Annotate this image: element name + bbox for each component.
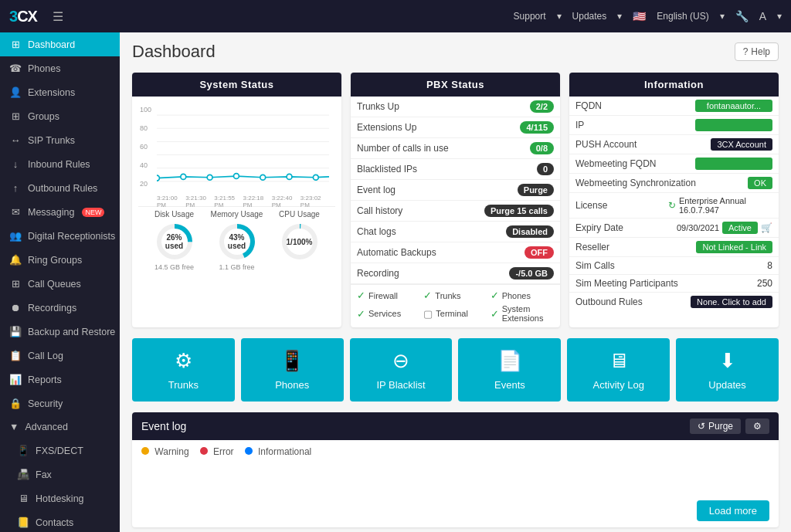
sidebar-label-advanced: Advanced xyxy=(25,422,68,432)
pbx-row-blacklisted: Blacklisted IPs 0 xyxy=(351,159,560,180)
pbx-row-chat-logs: Chat logs Disabled xyxy=(351,222,560,242)
action-tile-activity-log[interactable]: 🖥 Activity Log xyxy=(567,338,670,402)
sidebar-item-outbound-rules[interactable]: ↑ Outbound Rules xyxy=(0,176,120,200)
security-icon: 🔒 xyxy=(9,398,22,409)
event-log-body xyxy=(132,463,779,494)
phones-icon: ☎ xyxy=(9,63,22,74)
push-account-badge: 3CX Account xyxy=(711,138,772,151)
chart-svg xyxy=(157,106,329,191)
system-status-body: 100 80 60 40 20 xyxy=(132,97,341,283)
pbx-status-card: PBX Status Trunks Up 2/2 Extensions Up 4… xyxy=(351,73,560,327)
info-row-expiry: Expiry Date 09/30/2021 Active 🛒 xyxy=(569,219,779,238)
sidebar-item-call-queues[interactable]: ⊞ Call Queues xyxy=(0,272,120,296)
chart-y-labels: 100 80 60 40 20 xyxy=(140,106,151,188)
sidebar-label-recordings: Recordings xyxy=(28,303,76,313)
sidebar-item-call-log[interactable]: 📋 Call Log xyxy=(0,344,120,368)
call-history-badge[interactable]: Purge 15 calls xyxy=(484,205,554,217)
license-value: Enterprise Annual 16.0.7.947 xyxy=(679,196,772,215)
info-row-outbound-rules: Outbound Rules None. Click to add xyxy=(569,293,779,311)
sidebar-item-ring-groups[interactable]: 🔔 Ring Groups xyxy=(0,248,120,272)
cart-icon[interactable]: 🛒 xyxy=(761,222,772,233)
sidebar-label-outbound: Outbound Rules xyxy=(28,183,97,194)
event-log-purge-button[interactable]: ↺ Purge xyxy=(690,418,741,434)
event-log-settings-button[interactable]: ⚙ xyxy=(745,418,769,434)
sidebar-label-call-log: Call Log xyxy=(28,351,63,361)
pbx-status-body: Trunks Up 2/2 Extensions Up 4/115 Number… xyxy=(351,97,560,327)
action-tile-ip-blacklist[interactable]: ⊖ IP Blacklist xyxy=(350,338,453,402)
event-log-gear-icon: ⚙ xyxy=(753,421,762,432)
sidebar-item-hotdesking[interactable]: 🖥 Hotdesking xyxy=(0,486,120,510)
activity-log-tile-icon: 🖥 xyxy=(609,349,629,373)
sidebar-item-dashboard[interactable]: ⊞ Dashboard xyxy=(0,32,120,56)
sidebar-label-backup: Backup and Restore xyxy=(28,327,115,337)
system-extensions-status: ✓ System Extensions xyxy=(491,304,554,323)
help-button[interactable]: ? Help xyxy=(735,42,779,61)
user-icon[interactable]: A xyxy=(759,10,766,22)
sidebar-item-fxs-dect[interactable]: 📱 FXS/DECT xyxy=(0,439,120,463)
sidebar-item-extensions[interactable]: 👤 Extensions xyxy=(0,80,120,104)
main-layout: ⊞ Dashboard ☎ Phones 👤 Extensions ⊞ Grou… xyxy=(0,32,791,532)
phones-status: ✓ Phones xyxy=(491,290,554,301)
updates-chevron: ▾ xyxy=(617,11,622,22)
disk-gauge: 26% used xyxy=(154,222,195,262)
sidebar-item-backup-restore[interactable]: 💾 Backup and Restore xyxy=(0,320,120,344)
load-more-button[interactable]: Load more xyxy=(697,500,769,521)
purge-icon: ↺ xyxy=(698,421,705,432)
wrench-icon[interactable]: 🔧 xyxy=(735,10,749,22)
updates-link[interactable]: Updates xyxy=(572,11,607,22)
hamburger-icon[interactable]: ☰ xyxy=(53,9,63,24)
sidebar-item-contacts[interactable]: 📒 Contacts xyxy=(0,510,120,532)
reseller-badge[interactable]: Not Linked - Link xyxy=(696,241,772,253)
outbound-rules-badge[interactable]: None. Click to add xyxy=(691,296,772,308)
sidebar-item-reports[interactable]: 📊 Reports xyxy=(0,368,120,391)
events-tile-icon: 📄 xyxy=(497,349,522,373)
sidebar-item-fax[interactable]: 📠 Fax xyxy=(0,463,120,486)
event-log-badge[interactable]: Purge xyxy=(518,184,554,196)
sim-meeting-value: 250 xyxy=(757,278,772,289)
cpu-gauge: 1/100% xyxy=(280,222,320,262)
language-link[interactable]: English (US) xyxy=(657,11,708,22)
services-status: ✓ Services xyxy=(357,304,420,323)
trunks-status: ✓ Trunks xyxy=(423,290,487,301)
sidebar-item-sip-trunks[interactable]: ↔ SIP Trunks xyxy=(0,128,120,152)
phones-check-icon: ✓ xyxy=(491,290,499,301)
ring-groups-icon: 🔔 xyxy=(9,254,22,266)
sidebar-item-digital-receptionists[interactable]: 👥 Digital Receptionists xyxy=(0,224,120,248)
action-tile-phones[interactable]: 📱 Phones xyxy=(241,338,344,402)
pbx-row-trunks-up: Trunks Up 2/2 xyxy=(351,97,560,117)
sidebar-item-groups[interactable]: ⊞ Groups xyxy=(0,104,120,128)
hotdesking-icon: 🖥 xyxy=(17,493,29,504)
sidebar-label-groups: Groups xyxy=(28,111,59,122)
info-row-license: License ↻ Enterprise Annual 16.0.7.947 xyxy=(569,193,779,219)
sidebar-item-messaging[interactable]: ✉ Messaging NEW xyxy=(0,200,120,224)
phones-tile-label: Phones xyxy=(275,379,309,391)
activity-log-tile-label: Activity Log xyxy=(593,379,644,391)
refresh-icon[interactable]: ↻ xyxy=(668,200,676,211)
flag-icon: 🇺🇸 xyxy=(633,10,646,22)
memory-gauge: 43% used xyxy=(217,222,257,262)
sidebar-item-security[interactable]: 🔒 Security xyxy=(0,391,120,415)
sidebar-item-inbound-rules[interactable]: ↓ Inbound Rules xyxy=(0,152,120,176)
ip-blacklist-tile-label: IP Blacklist xyxy=(376,379,425,391)
pbx-row-calls-in-use: Number of calls in use 0/8 xyxy=(351,138,560,159)
pbx-row-extensions-up: Extensions Up 4/115 xyxy=(351,117,560,138)
system-status-chart: 100 80 60 40 20 xyxy=(138,103,335,203)
svg-point-12 xyxy=(313,175,318,180)
action-tile-trunks[interactable]: ⚙ Trunks xyxy=(132,338,235,402)
sidebar-label-sip-trunks: SIP Trunks xyxy=(28,135,75,146)
contacts-icon: 📒 xyxy=(17,517,29,528)
svg-point-9 xyxy=(233,174,239,179)
sidebar-item-recordings[interactable]: ⏺ Recordings xyxy=(0,296,120,320)
event-log-title: Event log xyxy=(141,420,186,432)
content-area: Dashboard ? Help System Status 100 80 60… xyxy=(120,32,791,532)
sidebar-item-advanced[interactable]: ▼ Advanced xyxy=(0,415,120,439)
action-tile-updates[interactable]: ⬇ Updates xyxy=(676,338,779,402)
sidebar-label-dr: Digital Receptionists xyxy=(28,231,115,242)
support-link[interactable]: Support xyxy=(514,11,546,22)
ip-value xyxy=(695,119,772,131)
firewall-check-icon: ✓ xyxy=(357,290,365,301)
action-tiles: ⚙ Trunks 📱 Phones ⊖ IP Blacklist 📄 Event… xyxy=(132,338,779,402)
trunks-tile-label: Trunks xyxy=(168,379,199,391)
action-tile-events[interactable]: 📄 Events xyxy=(458,338,561,402)
sidebar-item-phones[interactable]: ☎ Phones xyxy=(0,56,120,80)
